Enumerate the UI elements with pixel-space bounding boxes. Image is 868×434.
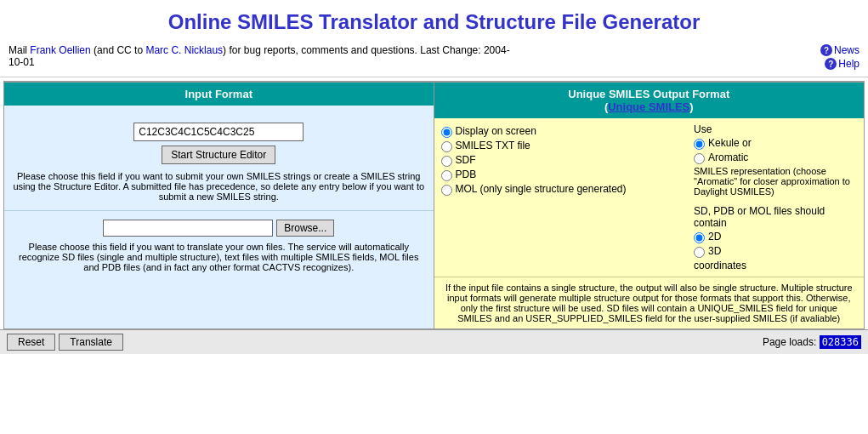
radio-aromatic[interactable] [694,153,705,164]
option-sdf: SDF [441,154,688,167]
coord-3d-option: 3D [694,245,857,258]
coords-header: SD, PDB or MOL files should contain [694,205,857,229]
file-section: Browse... Please choose this field if yo… [4,210,434,281]
file-input-row: Browse... [13,220,425,237]
smiles-description: Please choose this field if you want to … [13,171,425,202]
right-panel: Unique SMILES Output Format (Unique SMIL… [434,83,865,328]
label-pdb: PDB [456,168,477,180]
and-cc: (and CC to [91,44,146,56]
browse-button[interactable]: Browse... [276,220,334,237]
mail-prefix: Mail [9,44,30,56]
label-2d: 2D [708,231,721,243]
header-section: Mail Frank Oellien (and CC to Marc C. Ni… [0,41,868,77]
main-container: Input Format Start Structure Editor Plea… [3,81,865,329]
radio-mol[interactable] [441,185,452,196]
page-loads-label: Page loads: [763,336,816,348]
smiles-input[interactable] [133,123,304,141]
label-sdf: SDF [456,154,476,166]
option-mol: MOL (only single structure generated) [441,183,688,196]
help-link[interactable]: Help [838,58,859,70]
file-description: Please choose this field if you want to … [13,242,425,272]
label-kekule: Kekule or [708,137,752,149]
label-smiles-txt: SMILES TXT file [456,140,530,151]
radio-kekule[interactable] [694,139,705,150]
panels-row: Input Format Start Structure Editor Plea… [4,82,864,328]
right-header-line1: Unique SMILES Output Format [568,88,729,100]
label-mol: MOL (only single structure generated) [456,183,627,195]
reset-button[interactable]: Reset [7,334,55,351]
radio-2d[interactable] [694,232,705,243]
right-panel-header: Unique SMILES Output Format (Unique SMIL… [434,83,865,118]
translate-button[interactable]: Translate [59,334,123,351]
option-display: Display on screen [441,125,688,138]
option-smiles-txt: SMILES TXT file [441,140,688,152]
radio-display[interactable] [441,127,452,138]
left-panel-header: Input Format [4,83,434,106]
radio-pdb[interactable] [441,170,452,181]
radio-3d[interactable] [694,247,705,258]
marc-link[interactable]: Marc C. Nicklaus [145,44,223,56]
unique-smiles-link[interactable]: Unique SMILES [608,100,689,113]
output-options: Display on screen SMILES TXT file SDF PD… [441,123,688,271]
use-col: Use Kekule or Aromatic SMILES representa… [687,123,857,271]
label-display: Display on screen [456,125,536,137]
coords-label: coordinates [694,260,857,271]
radio-sdf[interactable] [441,156,452,167]
page-title: Online SMILES Translator and Structure F… [0,0,868,41]
news-link[interactable]: News [834,44,859,56]
bottom-bar: Reset Translate Page loads: 028336 [0,329,868,354]
use-label: Use [694,123,857,135]
help-icon: ? [825,58,837,70]
kekule-option: Kekule or [694,137,857,150]
label-aromatic: Aromatic [708,151,748,163]
header-left: Mail Frank Oellien (and CC to Marc C. Ni… [9,44,519,68]
option-pdb: PDB [441,168,688,181]
coord-2d-option: 2D [694,231,857,243]
structure-editor-button[interactable]: Start Structure Editor [162,146,275,164]
frank-link[interactable]: Frank Oellien [30,44,90,56]
left-panel: Input Format Start Structure Editor Plea… [4,83,434,328]
right-content: Display on screen SMILES TXT file SDF PD… [434,118,865,277]
use-description: SMILES representation (choose "Aromatic"… [694,166,857,197]
page-loads: Page loads: 028336 [763,336,861,348]
info-section: If the input file contains a single stru… [434,277,865,328]
help-item: ? Help [825,58,859,70]
news-item: ? News [820,44,859,56]
page-counter: 028336 [820,335,861,349]
radio-smiles-txt[interactable] [441,141,452,152]
label-3d: 3D [708,245,721,257]
aromatic-option: Aromatic [694,151,857,164]
bottom-buttons: Reset Translate [7,334,123,351]
news-icon: ? [820,44,832,56]
header-right: ? News ? Help [820,44,859,70]
smiles-section: Start Structure Editor Please choose thi… [4,106,434,210]
file-path-input[interactable] [103,220,273,237]
